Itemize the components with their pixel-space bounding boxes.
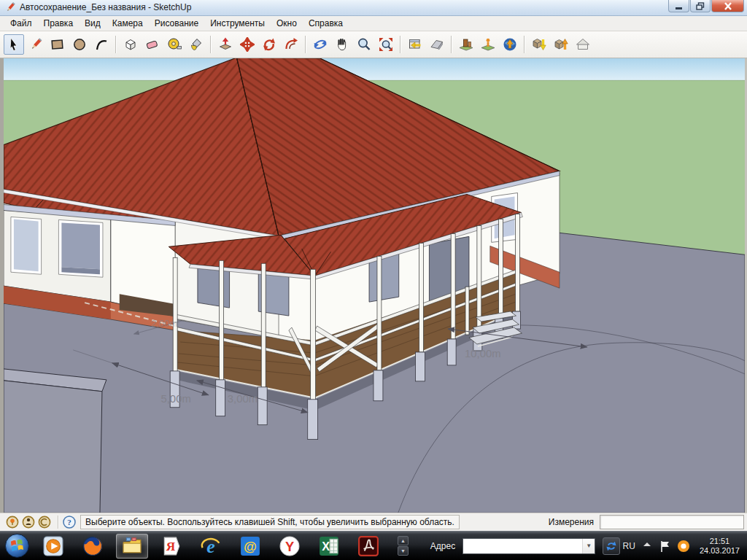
tool-zoom-button[interactable] — [354, 34, 374, 55]
menu-item-camera[interactable]: Камера — [107, 17, 149, 30]
menu-item-tools[interactable]: Инструменты — [204, 17, 271, 30]
language-indicator[interactable]: RU — [623, 541, 635, 551]
status-bar: ? Выберите объекты. Воспользуйтесь клави… — [0, 513, 747, 531]
add-location-icon — [459, 37, 473, 52]
svg-text:@: @ — [244, 539, 257, 554]
menu-item-help[interactable]: Справка — [303, 17, 349, 30]
clock-time: 21:51 — [700, 537, 740, 546]
tool-line-button[interactable] — [26, 34, 46, 55]
tool-eraser-button[interactable] — [142, 34, 163, 55]
svg-text:Я: Я — [166, 540, 176, 553]
svg-text:X: X — [322, 540, 330, 553]
tool-rotate-button[interactable] — [259, 34, 279, 55]
sketchup-app-icon — [4, 1, 16, 13]
action-center-flag-icon[interactable] — [659, 540, 670, 553]
menu-item-edit[interactable]: Правка — [38, 17, 80, 30]
tool-select-button[interactable] — [4, 34, 24, 55]
svg-text:Y: Y — [285, 539, 294, 554]
taskbar-firefox-button[interactable] — [77, 534, 109, 559]
address-input[interactable] — [463, 540, 582, 553]
tool-toggle-terrain-button[interactable] — [478, 34, 498, 55]
pan-icon — [335, 37, 349, 52]
address-go-button[interactable] — [603, 537, 619, 555]
show-hidden-icons-button[interactable] — [642, 540, 652, 551]
restore-button[interactable] — [690, 0, 711, 12]
taskbar-excel-button[interactable]: X — [313, 534, 345, 559]
tool-circle-button[interactable] — [69, 34, 90, 55]
make-component-icon — [123, 37, 138, 52]
rectangle-icon — [50, 37, 65, 52]
menu-item-window[interactable]: Окно — [271, 17, 303, 30]
toolbar-separator — [451, 36, 452, 53]
status-credits-icon[interactable] — [38, 516, 51, 529]
taskbar-media-player-button[interactable] — [37, 534, 69, 559]
taskbar-clock[interactable]: 21:51 24.03.2017 — [697, 537, 743, 556]
tool-previous-view-button[interactable] — [405, 34, 425, 55]
geolocation-icon — [6, 516, 19, 529]
help-icon[interactable]: ? — [63, 516, 76, 529]
status-help-text: Выберите объекты. Воспользуйтесь клавише… — [80, 515, 460, 529]
scroll-down-button[interactable]: ▼ — [398, 546, 409, 556]
menu-item-draw[interactable]: Рисование — [149, 17, 204, 30]
tool-arc-button[interactable] — [91, 34, 112, 55]
mailru-icon: @ — [240, 536, 260, 556]
toolbar-separator — [400, 36, 401, 53]
minimize-button[interactable] — [668, 0, 689, 12]
google-earth-icon — [503, 37, 517, 52]
tool-make-component-button[interactable] — [120, 34, 141, 55]
tool-orbit-button[interactable] — [310, 34, 330, 55]
close-button[interactable] — [711, 0, 744, 12]
tool-move-button[interactable] — [237, 34, 258, 55]
tool-push-pull-button[interactable] — [215, 34, 236, 55]
taskbar-acrobat-button[interactable] — [352, 534, 384, 559]
tool-zoom-extents-button[interactable] — [376, 34, 396, 55]
select-icon — [7, 37, 21, 52]
address-label: Адрес — [430, 541, 455, 551]
menu-bar: ФайлПравкаВидКамераРисованиеИнструментыО… — [0, 16, 747, 31]
chevron-up-icon — [642, 540, 652, 549]
tool-share-component-button[interactable] — [573, 34, 593, 55]
model-scene: 5,00m 3,00m 10,00m 2,00m — [4, 58, 745, 513]
taskbar-mailru-button[interactable]: @ — [234, 534, 266, 559]
tool-get-models-button[interactable] — [529, 34, 549, 55]
windows-taskbar: Яe@YX ▲ ▼ Адрес ▼ RU 21:51 24.0 — [0, 531, 747, 560]
model-viewport[interactable]: 5,00m 3,00m 10,00m 2,00m — [0, 58, 747, 513]
tool-pan-button[interactable] — [332, 34, 352, 55]
status-claim-attribution-icon[interactable] — [22, 516, 35, 529]
dimension-label-2m: 2,00m — [151, 318, 177, 329]
menu-item-file[interactable]: Файл — [4, 17, 38, 30]
tool-paint-bucket-button[interactable] — [186, 34, 206, 55]
tool-section-plane-button[interactable] — [427, 34, 447, 55]
toolbar-scroll-control: ▲ ▼ — [398, 536, 409, 556]
scroll-up-button[interactable]: ▲ — [398, 536, 409, 545]
antivirus-tray-icon[interactable] — [677, 540, 690, 553]
tool-tape-measure-button[interactable] — [164, 34, 185, 55]
orbit-icon — [313, 37, 328, 52]
media-player-icon — [43, 536, 63, 556]
start-button[interactable] — [4, 533, 30, 559]
eraser-icon — [145, 37, 160, 52]
toolbar-separator — [305, 36, 306, 53]
tool-google-earth-button[interactable] — [500, 34, 520, 55]
tool-add-location-button[interactable] — [456, 34, 476, 55]
tool-offset-button[interactable] — [281, 34, 301, 55]
taskbar-yandex-search-button[interactable]: Я — [155, 534, 187, 559]
measurements-label: Измерения — [549, 517, 594, 527]
credits-icon — [38, 516, 51, 529]
yandex-browser-icon: Y — [279, 536, 300, 556]
go-arrows-icon — [605, 540, 618, 553]
tool-rectangle-button[interactable] — [47, 34, 68, 55]
menu-item-view[interactable]: Вид — [79, 17, 107, 30]
tool-share-model-button[interactable] — [551, 34, 571, 55]
measurements-box[interactable] — [600, 515, 744, 529]
address-dropdown-arrow[interactable]: ▼ — [582, 539, 595, 553]
zoom-icon — [357, 37, 371, 52]
share-component-icon — [576, 37, 590, 52]
toolbar — [0, 31, 747, 58]
get-models-icon — [532, 37, 546, 52]
taskbar-yandex-browser-button[interactable]: Y — [274, 534, 306, 559]
dimension-label-3m: 3,00m — [228, 392, 258, 405]
taskbar-internet-explorer-button[interactable]: e — [195, 534, 227, 559]
status-geolocation-icon[interactable] — [6, 516, 19, 529]
taskbar-explorer-button[interactable] — [116, 534, 148, 559]
